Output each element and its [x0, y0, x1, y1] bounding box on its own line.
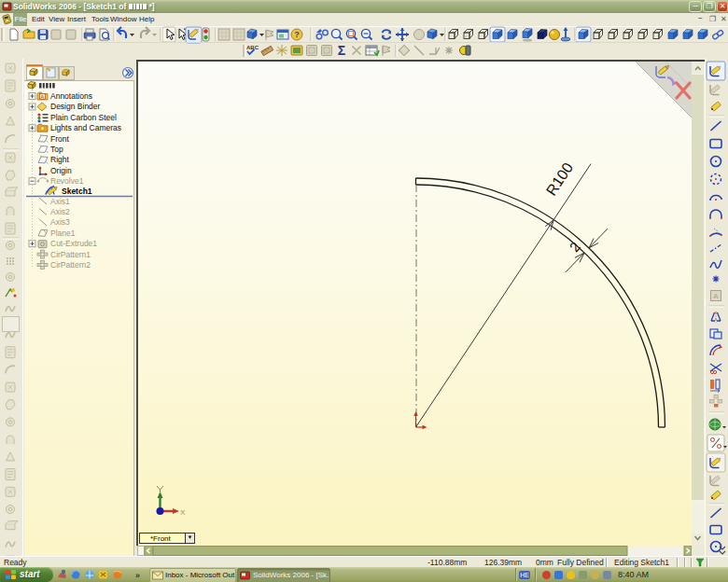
svg-text:Sketch1: Sketch1: [62, 187, 92, 196]
svg-text:Axis2: Axis2: [50, 207, 70, 216]
svg-text:CirPattern1: CirPattern1: [50, 250, 91, 259]
svg-text:Plane1: Plane1: [50, 229, 76, 238]
svg-text:Origin: Origin: [50, 166, 72, 175]
svg-text:Cut-Extrude1: Cut-Extrude1: [50, 239, 97, 248]
svg-text:ABC: ABC: [246, 45, 259, 50]
svg-text:A: A: [713, 292, 719, 300]
svg-text:?: ?: [294, 30, 300, 39]
svg-text:R100: R100: [543, 159, 576, 198]
svg-text:A: A: [40, 94, 45, 100]
svg-text:Revolve1: Revolve1: [50, 176, 84, 186]
svg-text:CirPattern2: CirPattern2: [50, 260, 91, 270]
svg-text:Front: Front: [50, 134, 69, 144]
svg-text:Plain Carbon Steel: Plain Carbon Steel: [50, 113, 117, 122]
svg-text:Axis3: Axis3: [50, 217, 70, 227]
svg-text:Axis1: Axis1: [50, 197, 70, 206]
svg-text:X: X: [180, 508, 186, 517]
svg-text:Right: Right: [50, 155, 69, 164]
svg-text:Lights and Cameras: Lights and Cameras: [50, 123, 121, 132]
svg-text:Annotations: Annotations: [50, 91, 92, 101]
svg-text:Σ: Σ: [338, 43, 345, 58]
svg-text:Top: Top: [50, 145, 63, 154]
svg-text:Design Binder: Design Binder: [50, 102, 101, 111]
